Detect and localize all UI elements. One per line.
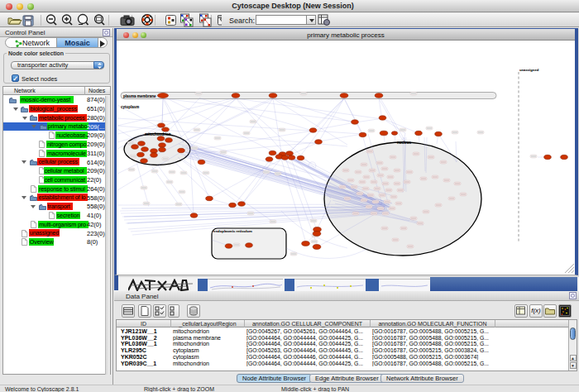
svg-text:endoplasmic reticulum: endoplasmic reticulum (213, 229, 252, 233)
svg-text:unassigned: unassigned (519, 68, 539, 72)
svg-text:cytoplasm: cytoplasm (121, 105, 139, 109)
svg-text:nucleus: nucleus (397, 141, 412, 145)
svg-text:mitochondrion: mitochondrion (145, 132, 171, 136)
svg-text:plasma membrane: plasma membrane (123, 94, 156, 98)
